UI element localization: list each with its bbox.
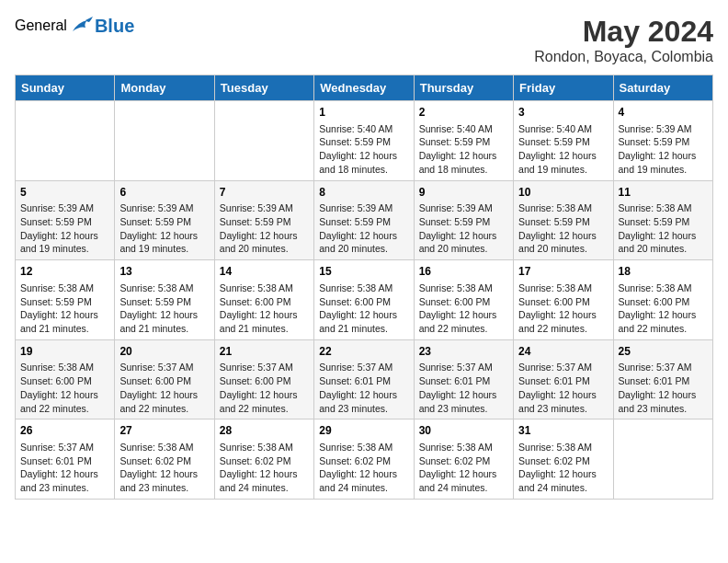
calendar-cell: 29Sunrise: 5:38 AMSunset: 6:02 PMDayligh… — [314, 419, 414, 500]
cell-info: Sunrise: 5:37 AMSunset: 6:00 PMDaylight:… — [119, 361, 209, 415]
logo-bird-icon — [69, 15, 95, 37]
calendar-week-row: 1Sunrise: 5:40 AMSunset: 5:59 PMDaylight… — [16, 101, 713, 181]
cell-info: Sunrise: 5:40 AMSunset: 5:59 PMDaylight:… — [319, 122, 408, 177]
header-monday: Monday — [115, 75, 214, 101]
day-number: 13 — [119, 264, 209, 280]
calendar-week-row: 12Sunrise: 5:38 AMSunset: 5:59 PMDayligh… — [16, 260, 713, 340]
day-number: 31 — [518, 423, 608, 439]
day-number: 28 — [220, 423, 309, 439]
day-number: 14 — [220, 264, 309, 280]
cell-info: Sunrise: 5:38 AMSunset: 6:02 PMDaylight:… — [119, 441, 209, 495]
cell-info: Sunrise: 5:39 AMSunset: 5:59 PMDaylight:… — [419, 201, 508, 256]
day-number: 15 — [319, 264, 408, 280]
calendar-cell: 18Sunrise: 5:38 AMSunset: 6:00 PMDayligh… — [613, 260, 712, 340]
calendar-cell: 5Sunrise: 5:39 AMSunset: 5:59 PMDaylight… — [16, 180, 115, 260]
day-number: 1 — [319, 105, 408, 121]
day-number: 19 — [20, 344, 109, 360]
day-number: 23 — [419, 344, 508, 360]
day-number: 8 — [319, 185, 408, 201]
day-number: 27 — [119, 423, 209, 439]
calendar-cell — [613, 419, 712, 500]
cell-info: Sunrise: 5:38 AMSunset: 6:00 PMDaylight:… — [619, 282, 708, 336]
calendar-cell: 24Sunrise: 5:37 AMSunset: 6:01 PMDayligh… — [514, 339, 613, 419]
calendar-cell: 20Sunrise: 5:37 AMSunset: 6:00 PMDayligh… — [115, 339, 214, 419]
cell-info: Sunrise: 5:37 AMSunset: 6:01 PMDaylight:… — [419, 361, 508, 415]
day-number: 2 — [419, 105, 508, 121]
calendar-cell: 9Sunrise: 5:39 AMSunset: 5:59 PMDaylight… — [414, 180, 513, 260]
calendar-cell — [214, 101, 313, 181]
cell-info: Sunrise: 5:38 AMSunset: 6:02 PMDaylight:… — [518, 441, 608, 495]
day-number: 26 — [20, 423, 109, 439]
location-subtitle: Rondon, Boyaca, Colombia — [534, 49, 713, 65]
page-header: General Blue May 2024 Rondon, Boyaca, Co… — [15, 15, 713, 65]
logo-general: General — [15, 17, 67, 34]
month-year-title: May 2024 — [534, 15, 713, 49]
calendar-week-row: 19Sunrise: 5:38 AMSunset: 6:00 PMDayligh… — [16, 339, 713, 419]
calendar-cell: 25Sunrise: 5:37 AMSunset: 6:01 PMDayligh… — [613, 339, 712, 419]
calendar-cell: 11Sunrise: 5:38 AMSunset: 5:59 PMDayligh… — [613, 180, 712, 260]
calendar-cell: 12Sunrise: 5:38 AMSunset: 5:59 PMDayligh… — [16, 260, 115, 340]
cell-info: Sunrise: 5:39 AMSunset: 5:59 PMDaylight:… — [20, 201, 109, 256]
calendar-cell: 7Sunrise: 5:39 AMSunset: 5:59 PMDaylight… — [214, 180, 313, 260]
calendar-cell: 10Sunrise: 5:38 AMSunset: 5:59 PMDayligh… — [514, 180, 613, 260]
calendar-cell: 23Sunrise: 5:37 AMSunset: 6:01 PMDayligh… — [414, 339, 513, 419]
day-number: 12 — [20, 264, 109, 280]
day-number: 4 — [619, 105, 708, 121]
calendar-cell: 4Sunrise: 5:39 AMSunset: 5:59 PMDaylight… — [613, 101, 712, 181]
cell-info: Sunrise: 5:38 AMSunset: 6:00 PMDaylight:… — [20, 361, 109, 415]
calendar-cell: 17Sunrise: 5:38 AMSunset: 6:00 PMDayligh… — [514, 260, 613, 340]
day-number: 25 — [619, 344, 708, 360]
calendar-cell: 1Sunrise: 5:40 AMSunset: 5:59 PMDaylight… — [314, 101, 414, 181]
calendar-cell: 27Sunrise: 5:38 AMSunset: 6:02 PMDayligh… — [115, 419, 214, 500]
calendar-cell — [16, 101, 115, 181]
calendar-header-row: SundayMondayTuesdayWednesdayThursdayFrid… — [16, 75, 713, 101]
day-number: 7 — [220, 185, 309, 201]
calendar-cell: 21Sunrise: 5:37 AMSunset: 6:00 PMDayligh… — [214, 339, 313, 419]
cell-info: Sunrise: 5:38 AMSunset: 6:02 PMDaylight:… — [220, 441, 309, 495]
cell-info: Sunrise: 5:38 AMSunset: 6:02 PMDaylight:… — [319, 441, 408, 495]
logo-blue: Blue — [95, 16, 134, 37]
cell-info: Sunrise: 5:38 AMSunset: 6:00 PMDaylight:… — [419, 282, 508, 336]
header-tuesday: Tuesday — [214, 75, 313, 101]
day-number: 10 — [518, 185, 608, 201]
cell-info: Sunrise: 5:38 AMSunset: 6:00 PMDaylight:… — [319, 282, 408, 336]
calendar-cell: 6Sunrise: 5:39 AMSunset: 5:59 PMDaylight… — [115, 180, 214, 260]
cell-info: Sunrise: 5:38 AMSunset: 6:00 PMDaylight:… — [518, 282, 608, 336]
day-number: 29 — [319, 423, 408, 439]
calendar-cell: 16Sunrise: 5:38 AMSunset: 6:00 PMDayligh… — [414, 260, 513, 340]
cell-info: Sunrise: 5:40 AMSunset: 5:59 PMDaylight:… — [518, 122, 608, 177]
cell-info: Sunrise: 5:39 AMSunset: 5:59 PMDaylight:… — [220, 201, 309, 256]
cell-info: Sunrise: 5:39 AMSunset: 5:59 PMDaylight:… — [119, 201, 209, 256]
day-number: 24 — [518, 344, 608, 360]
day-number: 9 — [419, 185, 508, 201]
calendar-cell: 15Sunrise: 5:38 AMSunset: 6:00 PMDayligh… — [314, 260, 414, 340]
cell-info: Sunrise: 5:38 AMSunset: 6:00 PMDaylight:… — [220, 282, 309, 336]
calendar-cell: 19Sunrise: 5:38 AMSunset: 6:00 PMDayligh… — [16, 339, 115, 419]
title-area: May 2024 Rondon, Boyaca, Colombia — [534, 15, 713, 65]
calendar-table: SundayMondayTuesdayWednesdayThursdayFrid… — [15, 75, 713, 500]
cell-info: Sunrise: 5:39 AMSunset: 5:59 PMDaylight:… — [319, 201, 408, 256]
day-number: 16 — [419, 264, 508, 280]
calendar-cell: 30Sunrise: 5:38 AMSunset: 6:02 PMDayligh… — [414, 419, 513, 500]
calendar-week-row: 26Sunrise: 5:37 AMSunset: 6:01 PMDayligh… — [16, 419, 713, 500]
day-number: 22 — [319, 344, 408, 360]
calendar-cell: 31Sunrise: 5:38 AMSunset: 6:02 PMDayligh… — [514, 419, 613, 500]
day-number: 18 — [619, 264, 708, 280]
day-number: 17 — [518, 264, 608, 280]
header-saturday: Saturday — [613, 75, 712, 101]
header-sunday: Sunday — [16, 75, 115, 101]
cell-info: Sunrise: 5:37 AMSunset: 6:01 PMDaylight:… — [619, 361, 708, 415]
cell-info: Sunrise: 5:38 AMSunset: 5:59 PMDaylight:… — [619, 201, 708, 256]
cell-info: Sunrise: 5:37 AMSunset: 6:01 PMDaylight:… — [319, 361, 408, 415]
day-number: 20 — [119, 344, 209, 360]
day-number: 6 — [119, 185, 209, 201]
calendar-cell: 13Sunrise: 5:38 AMSunset: 5:59 PMDayligh… — [115, 260, 214, 340]
cell-info: Sunrise: 5:37 AMSunset: 6:01 PMDaylight:… — [20, 441, 109, 495]
calendar-cell: 8Sunrise: 5:39 AMSunset: 5:59 PMDaylight… — [314, 180, 414, 260]
calendar-cell: 2Sunrise: 5:40 AMSunset: 5:59 PMDaylight… — [414, 101, 513, 181]
cell-info: Sunrise: 5:37 AMSunset: 6:01 PMDaylight:… — [518, 361, 608, 415]
calendar-cell: 3Sunrise: 5:40 AMSunset: 5:59 PMDaylight… — [514, 101, 613, 181]
logo: General Blue — [15, 15, 134, 37]
header-wednesday: Wednesday — [314, 75, 414, 101]
calendar-cell: 14Sunrise: 5:38 AMSunset: 6:00 PMDayligh… — [214, 260, 313, 340]
